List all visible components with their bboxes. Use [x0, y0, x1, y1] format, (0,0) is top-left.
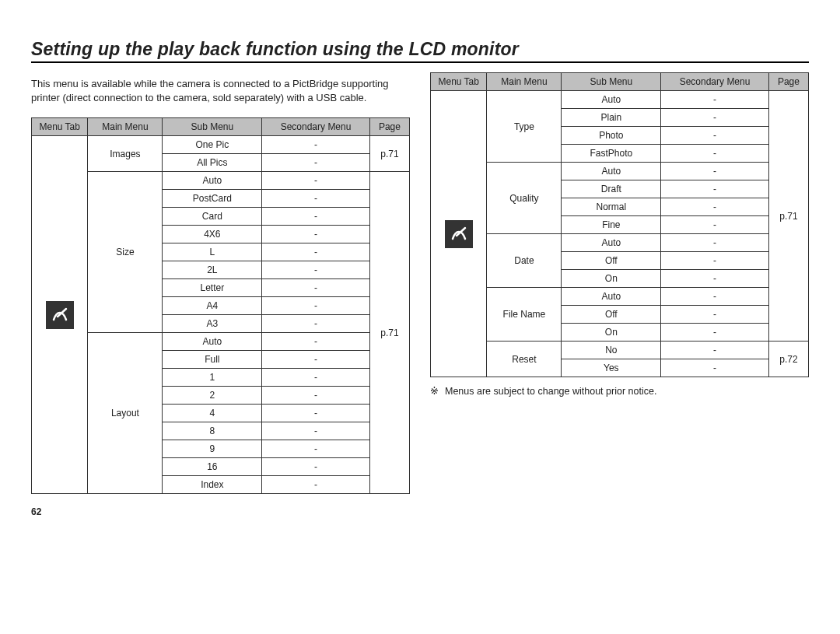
main-menu-cell: Reset	[487, 342, 562, 377]
main-menu-cell: Layout	[88, 333, 163, 494]
sub-menu-cell: One Pic	[163, 136, 262, 154]
secondary-menu-cell: -	[661, 252, 769, 270]
th-sub-menu: Sub Menu	[562, 73, 661, 91]
secondary-menu-cell: -	[262, 405, 370, 422]
table-header-row: Menu Tab Main Menu Sub Menu Secondary Me…	[431, 73, 809, 91]
secondary-menu-cell: -	[262, 208, 370, 226]
page-cell: p.71	[768, 91, 808, 342]
sub-menu-cell: 8	[163, 422, 262, 440]
secondary-menu-cell: -	[262, 243, 370, 261]
sub-menu-cell: 2	[163, 387, 262, 405]
sub-menu-cell: 9	[163, 440, 262, 458]
pictbridge-icon	[46, 301, 74, 329]
table-row: File NameAuto-	[431, 288, 809, 306]
sub-menu-cell: On	[562, 270, 661, 288]
page-cell: p.71	[369, 172, 409, 494]
sub-menu-cell: On	[562, 324, 661, 342]
th-sub-menu: Sub Menu	[163, 118, 262, 136]
sub-menu-cell: 16	[163, 458, 262, 476]
sub-menu-cell: Off	[562, 252, 661, 270]
sub-menu-cell: 1	[163, 369, 262, 387]
secondary-menu-cell: -	[661, 198, 769, 216]
secondary-menu-cell: -	[262, 190, 370, 208]
secondary-menu-cell: -	[262, 369, 370, 387]
menu-table-1: Menu Tab Main Menu Sub Menu Secondary Me…	[31, 117, 410, 494]
intro-text: This menu is available while the camera …	[31, 77, 410, 105]
main-menu-cell: Size	[88, 172, 163, 333]
sub-menu-cell: Auto	[163, 333, 262, 351]
secondary-menu-cell: -	[661, 342, 769, 359]
secondary-menu-cell: -	[262, 458, 370, 476]
sub-menu-cell: Auto	[562, 234, 661, 252]
sub-menu-cell: Auto	[562, 91, 661, 109]
table-row: ImagesOne Pic-p.71	[32, 136, 410, 154]
sub-menu-cell: 4	[163, 405, 262, 422]
main-menu-cell: File Name	[487, 288, 562, 342]
sub-menu-cell: Auto	[163, 172, 262, 190]
page-cell: p.71	[369, 136, 409, 172]
secondary-menu-cell: -	[262, 351, 370, 369]
table-row: SizeAuto-p.71	[32, 172, 410, 190]
sub-menu-cell: Full	[163, 351, 262, 369]
sub-menu-cell: Photo	[562, 127, 661, 145]
sub-menu-cell: Auto	[562, 288, 661, 306]
secondary-menu-cell: -	[661, 145, 769, 163]
secondary-menu-cell: -	[262, 333, 370, 351]
table-row: TypeAuto-p.71	[431, 91, 809, 109]
menu-tab-cell	[32, 136, 88, 494]
secondary-menu-cell: -	[661, 127, 769, 145]
sub-menu-cell: A4	[163, 297, 262, 315]
sub-menu-cell: Auto	[562, 163, 661, 180]
table-row: DateAuto-	[431, 234, 809, 252]
page-number: 62	[31, 506, 410, 517]
secondary-menu-cell: -	[262, 440, 370, 458]
secondary-menu-cell: -	[661, 306, 769, 324]
secondary-menu-cell: -	[262, 261, 370, 279]
th-menu-tab: Menu Tab	[431, 73, 487, 91]
menu-table-2: Menu Tab Main Menu Sub Menu Secondary Me…	[430, 72, 809, 377]
sub-menu-cell: Card	[163, 208, 262, 226]
main-menu-cell: Quality	[487, 163, 562, 234]
secondary-menu-cell: -	[262, 136, 370, 154]
sub-menu-cell: No	[562, 342, 661, 359]
table-header-row: Menu Tab Main Menu Sub Menu Secondary Me…	[32, 118, 410, 136]
main-menu-cell: Images	[88, 136, 163, 172]
th-secondary-menu: Secondary Menu	[661, 73, 769, 91]
secondary-menu-cell: -	[262, 315, 370, 333]
th-main-menu: Main Menu	[88, 118, 163, 136]
left-column: This menu is available while the camera …	[31, 72, 410, 517]
sub-menu-cell: Yes	[562, 359, 661, 377]
secondary-menu-cell: -	[661, 163, 769, 180]
secondary-menu-cell: -	[661, 288, 769, 306]
note-text: Menus are subject to change without prio…	[445, 386, 656, 397]
table-row: LayoutAuto-	[32, 333, 410, 351]
sub-menu-cell: Plain	[562, 109, 661, 127]
sub-menu-cell: 4X6	[163, 226, 262, 243]
sub-menu-cell: 2L	[163, 261, 262, 279]
sub-menu-cell: Letter	[163, 279, 262, 297]
sub-menu-cell: All Pics	[163, 154, 262, 172]
sub-menu-cell: Draft	[562, 180, 661, 198]
main-menu-cell: Type	[487, 91, 562, 163]
th-menu-tab: Menu Tab	[32, 118, 88, 136]
secondary-menu-cell: -	[661, 324, 769, 342]
th-page: Page	[369, 118, 409, 136]
sub-menu-cell: A3	[163, 315, 262, 333]
sub-menu-cell: Normal	[562, 198, 661, 216]
secondary-menu-cell: -	[661, 234, 769, 252]
secondary-menu-cell: -	[661, 91, 769, 109]
secondary-menu-cell: -	[661, 359, 769, 377]
secondary-menu-cell: -	[661, 109, 769, 127]
secondary-menu-cell: -	[262, 279, 370, 297]
table-row: QualityAuto-	[431, 163, 809, 180]
secondary-menu-cell: -	[262, 422, 370, 440]
table-row: ResetNo-p.72	[431, 342, 809, 359]
footnote: ※Menus are subject to change without pri…	[430, 385, 809, 397]
sub-menu-cell: L	[163, 243, 262, 261]
th-main-menu: Main Menu	[487, 73, 562, 91]
secondary-menu-cell: -	[262, 476, 370, 494]
secondary-menu-cell: -	[262, 172, 370, 190]
secondary-menu-cell: -	[661, 180, 769, 198]
secondary-menu-cell: -	[661, 270, 769, 288]
page-cell: p.72	[768, 342, 808, 377]
